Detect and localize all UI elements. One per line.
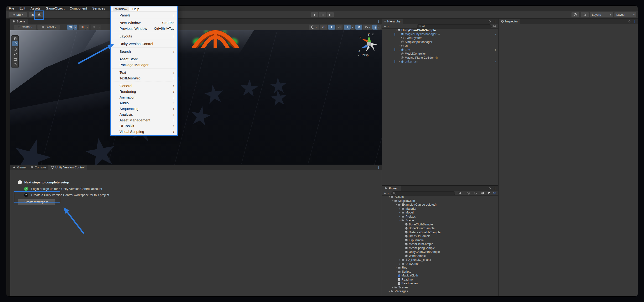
lighting-toggle[interactable] [328, 24, 335, 30]
expand-arrow-icon[interactable]: ▸ [388, 290, 390, 292]
hierarchy-row-eventsystem[interactable]: EventSystem [382, 36, 498, 40]
hierarchy-row-modelcontroller[interactable]: ModelController [382, 52, 498, 56]
menu-item-previous-window[interactable]: Previous WindowCtrl+Shift+Tab [111, 26, 177, 31]
expand-arrow-icon[interactable]: ▸ [398, 60, 401, 63]
tab-scene[interactable]: Scene [10, 18, 28, 24]
orientation-gizmo[interactable]: y x z [358, 32, 380, 55]
grid-snap-button[interactable] [67, 24, 73, 30]
project-row-dressupsample[interactable]: DressUpSample [382, 234, 498, 238]
menu-item-sequencing[interactable]: Sequencing› [111, 106, 177, 112]
expand-arrow-icon[interactable]: ▸ [399, 208, 401, 210]
layers-dropdown[interactable]: Layers ▾ [590, 12, 613, 18]
orientation-dropdown[interactable]: Global ▾ [38, 24, 60, 30]
hierarchy-row-env[interactable]: ▸Env› [382, 48, 498, 52]
tool-settings-button[interactable] [91, 24, 97, 30]
expand-arrow-icon[interactable]: ▾ [399, 219, 401, 222]
expand-arrow-icon[interactable]: ▸ [399, 211, 401, 214]
2d-toggle[interactable]: 2D [320, 24, 327, 30]
expand-arrow-icon[interactable]: ▸ [395, 266, 398, 269]
hierarchy-row-ui[interactable]: ▸UI [382, 44, 498, 48]
scale-tool[interactable] [12, 52, 18, 57]
picker-icon[interactable] [458, 192, 462, 195]
expand-arrow-icon[interactable]: ▸ [398, 44, 401, 47]
expand-arrow-icon[interactable]: ▸ [399, 216, 401, 218]
add-object-button[interactable]: + [384, 24, 386, 28]
expand-arrow-icon[interactable]: ▸ [399, 258, 401, 261]
grid-snap-dropdown[interactable]: ▾ [74, 24, 77, 30]
project-row-readme[interactable]: Readme [382, 278, 498, 282]
menu-item-animation[interactable]: Animation› [111, 94, 177, 100]
menu-item-audio[interactable]: Audio› [111, 100, 177, 106]
project-row-res[interactable]: ▸Res [382, 266, 498, 270]
project-row-scene[interactable]: ▾Scene [382, 218, 498, 222]
move-tool[interactable] [12, 41, 18, 46]
hierarchy-row-unitychan[interactable]: ▸unitychan› [382, 60, 498, 64]
row-chevron-icon[interactable]: › [495, 48, 496, 52]
project-row-unitychanclothsample[interactable]: UnityChanClothSample [382, 250, 498, 254]
project-kebab-icon[interactable]: ⋮ [494, 186, 496, 190]
project-row-material[interactable]: ▸Material [382, 207, 498, 211]
tab-project[interactable]: Project [382, 186, 401, 191]
project-row-unitychan[interactable]: ▸UnityChan [382, 262, 498, 266]
hierarchy-row-unitychanclothsample[interactable]: ▾UnityChanClothSample⋮ [382, 28, 498, 32]
eye-slash-icon[interactable] [487, 192, 491, 195]
projection-label[interactable]: ‹ Persp [358, 53, 368, 57]
menu-item-rendering[interactable]: Rendering› [111, 88, 177, 94]
tab-console[interactable]: Console [28, 164, 48, 170]
search-button[interactable] [581, 12, 589, 18]
project-row-scenes[interactable]: ▸Scenes [382, 286, 498, 290]
menubar-item-services[interactable]: Services [90, 6, 108, 11]
shading-mode-dropdown[interactable]: ▾ [309, 24, 319, 30]
project-row-packages[interactable]: ▸Packages [382, 289, 498, 294]
menubar-item-assets[interactable]: Assets [28, 6, 43, 11]
tab-unity-version-control[interactable]: Unity Version Control [48, 164, 87, 170]
tool-settings-dropdown[interactable]: ▾ [97, 24, 101, 30]
tab-inspector[interactable]: Inspector [498, 18, 520, 24]
project-row-scripts[interactable]: ▸Scripts [382, 270, 498, 274]
hand-tool[interactable] [12, 36, 18, 41]
pivot-mode-dropdown[interactable]: Center ▾ [14, 24, 36, 30]
menu-item-asset-management[interactable]: Asset Management› [111, 117, 177, 123]
project-row-boneclothsample[interactable]: BoneClothSample [382, 222, 498, 226]
project-row-assets[interactable]: ▾Assets [382, 195, 498, 199]
increment-snap-dropdown[interactable]: ▾ [86, 24, 89, 30]
rect-tool[interactable] [12, 57, 18, 62]
rotate-tool[interactable] [12, 46, 18, 52]
project-row-prefabs[interactable]: ▸Prefabs [382, 215, 498, 219]
version-control-button[interactable] [36, 12, 44, 18]
hierarchy-row-magica-plane-collider[interactable]: Magica Plane Collider [382, 56, 498, 60]
menu-item-general[interactable]: General› [111, 83, 177, 88]
menu-item-visual-scripting[interactable]: Visual Scripting› [111, 128, 177, 134]
hidden-objects-toggle[interactable] [356, 24, 362, 30]
menubar-item-window[interactable]: Window [113, 7, 129, 11]
menu-item-panels[interactable]: Panels› [111, 12, 177, 18]
picker-icon[interactable] [493, 24, 496, 28]
project-row-meshspringsample[interactable]: MeshSpringSample [382, 246, 498, 250]
menu-item-next-window[interactable]: Next WindowCtrl+Tab [111, 20, 177, 26]
inspector-kebab-icon[interactable]: ⋮ [633, 20, 636, 23]
row-chevron-icon[interactable]: › [495, 32, 496, 36]
menu-item-analysis[interactable]: Analysis› [111, 112, 177, 117]
menu-item-package-manager[interactable]: Package Manager [111, 62, 177, 68]
expand-arrow-icon[interactable]: ▸ [399, 263, 401, 265]
project-row-flipsample[interactable]: FlipSample [382, 238, 498, 242]
project-row-bonespringsample[interactable]: BoneSpringSample [382, 226, 498, 230]
menu-item-unity-version-control[interactable]: Unity Version Control [111, 41, 177, 46]
tag-icon[interactable] [474, 192, 477, 195]
menu-item-layouts[interactable]: Layouts› [111, 33, 177, 39]
tab-game[interactable]: Game [10, 164, 28, 170]
package-person-icon[interactable] [466, 192, 470, 195]
menu-item-ui-toolkit[interactable]: UI Toolkit› [111, 123, 177, 128]
menu-item-textmeshpro[interactable]: TextMeshPro› [111, 75, 177, 81]
step-button[interactable] [326, 12, 334, 18]
expand-arrow-icon[interactable]: ▾ [395, 29, 397, 31]
expand-arrow-icon[interactable]: ▾ [388, 196, 390, 198]
project-row-readme-en[interactable]: Readme_en [382, 282, 498, 286]
lock-open-icon[interactable] [628, 20, 631, 23]
increment-snap-button[interactable] [79, 24, 85, 30]
chevron-down-icon[interactable]: ▾ [388, 25, 389, 28]
hierarchy-search-input[interactable]: All [417, 24, 492, 28]
menu-item-text[interactable]: Text› [111, 70, 177, 75]
effects-dropdown[interactable]: ▾ [351, 24, 354, 30]
transform-tool[interactable] [12, 62, 18, 67]
